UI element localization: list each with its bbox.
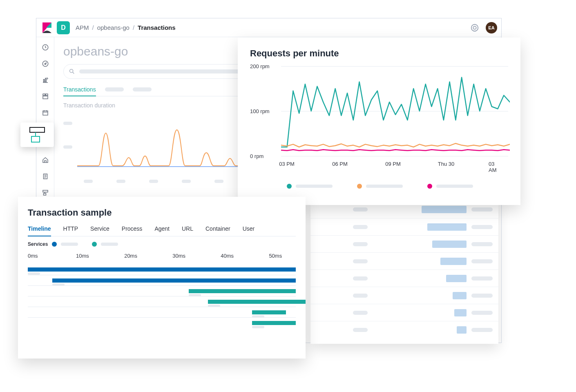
span-row[interactable] xyxy=(28,285,296,296)
rpm-chart: 200 rpm 100 rpm 0 rpm 03 PM 06 PM 09 PM … xyxy=(250,66,508,167)
tab-agent[interactable]: Agent xyxy=(154,225,170,232)
span-label-skeleton xyxy=(252,326,264,328)
xtick-skeleton xyxy=(116,180,125,183)
breadcrumb-separator: / xyxy=(92,24,94,31)
kibana-logo-icon[interactable] xyxy=(41,22,53,33)
legend-dot-icon xyxy=(427,184,432,189)
rpm-ytick-2: 0 rpm xyxy=(250,153,263,159)
time-tick: 0ms xyxy=(28,253,38,259)
span-bar xyxy=(252,310,286,314)
crumb-apm[interactable]: APM xyxy=(76,24,89,31)
legend-skeleton xyxy=(436,185,473,188)
time-tick: 30ms xyxy=(172,253,185,259)
tab-transactions[interactable]: Transactions xyxy=(63,86,96,93)
time-tick: 40ms xyxy=(221,253,234,259)
tab-container[interactable]: Container xyxy=(205,225,230,232)
span-row[interactable] xyxy=(28,307,296,317)
tab-http[interactable]: HTTP xyxy=(63,225,78,232)
crumb-service[interactable]: opbeans-go xyxy=(97,24,129,31)
clock-icon[interactable] xyxy=(40,42,51,53)
crumb-current: Transactions xyxy=(138,24,176,31)
tab-skeleton xyxy=(133,87,152,91)
tab-service[interactable]: Service xyxy=(90,225,109,232)
legend-skeleton xyxy=(296,185,333,188)
avatar[interactable]: EA xyxy=(486,22,497,33)
transaction-sample-tabs: Timeline HTTP Service Process Agent URL … xyxy=(28,225,296,236)
compass-icon[interactable] xyxy=(40,58,51,69)
rpm-ytick-0: 200 rpm xyxy=(250,63,270,69)
legend-item[interactable] xyxy=(427,184,473,189)
xtick-skeleton xyxy=(149,180,158,183)
legend-item[interactable] xyxy=(357,184,403,189)
rpm-xtick-3: Thu 30 xyxy=(438,161,454,167)
svg-rect-9 xyxy=(45,94,47,96)
home-icon[interactable] xyxy=(40,155,51,165)
chart-bar-icon[interactable] xyxy=(40,75,51,85)
data-table-panel xyxy=(310,201,498,344)
span-row[interactable] xyxy=(28,275,296,285)
help-icon[interactable] xyxy=(470,23,479,32)
time-tick: 20ms xyxy=(124,253,137,259)
app-badge[interactable]: D xyxy=(57,21,70,34)
svg-rect-11 xyxy=(43,111,48,116)
table-row[interactable] xyxy=(310,304,498,321)
dashboard-icon[interactable] xyxy=(40,91,51,102)
xtick-skeleton xyxy=(214,180,223,183)
svg-point-15 xyxy=(70,69,73,73)
tab-process[interactable]: Process xyxy=(122,225,143,232)
table-row[interactable] xyxy=(310,252,498,270)
svg-rect-7 xyxy=(45,78,46,82)
breadcrumb-separator: / xyxy=(133,24,134,31)
document-icon[interactable] xyxy=(40,171,51,182)
span-row[interactable] xyxy=(28,296,296,307)
service-dot-icon xyxy=(52,242,57,247)
header-bar: D APM / opbeans-go / Transactions EA xyxy=(36,18,501,37)
svg-point-3 xyxy=(473,26,476,29)
ytick-skeleton xyxy=(63,122,72,125)
table-row[interactable] xyxy=(310,218,498,235)
span-bar xyxy=(252,321,296,325)
span-bar xyxy=(189,289,296,293)
rpm-svg xyxy=(281,66,510,156)
tab-user[interactable]: User xyxy=(243,225,255,232)
rpm-xtick-0: 03 PM xyxy=(279,161,295,167)
xtick-skeleton xyxy=(182,180,191,183)
tab-skeleton xyxy=(105,87,124,91)
table-row[interactable] xyxy=(310,287,498,304)
svg-rect-14 xyxy=(43,194,46,196)
timeline-spans xyxy=(28,264,296,328)
svg-rect-10 xyxy=(43,96,48,99)
apm-icon-card[interactable] xyxy=(20,122,54,147)
time-tick: 10ms xyxy=(76,253,89,259)
svg-rect-13 xyxy=(43,190,48,192)
timeline-axis: 0ms 10ms 20ms 30ms 40ms 50ms xyxy=(28,253,296,261)
legend-item[interactable] xyxy=(287,184,333,189)
tab-url[interactable]: URL xyxy=(182,225,193,232)
rpm-xtick-2: 09 PM xyxy=(385,161,401,167)
span-row[interactable] xyxy=(28,317,296,328)
rpm-xtick-1: 06 PM xyxy=(332,161,348,167)
xtick-skeleton xyxy=(84,180,93,183)
time-tick: 50ms xyxy=(269,253,282,259)
span-bar xyxy=(52,278,296,283)
rpm-card: Requests per minute 200 rpm 100 rpm 0 rp… xyxy=(238,38,520,205)
table-row[interactable] xyxy=(310,321,498,338)
calendar-icon[interactable] xyxy=(40,107,51,118)
legend-skeleton xyxy=(366,185,403,188)
table-row[interactable] xyxy=(310,235,498,252)
rpm-ytick-1: 100 rpm xyxy=(250,108,270,114)
table-row[interactable] xyxy=(310,270,498,287)
service-dot-icon xyxy=(92,242,97,247)
span-row[interactable] xyxy=(28,264,296,275)
service-skeleton xyxy=(61,243,78,246)
rpm-xtick-4: 03 AM xyxy=(489,161,502,173)
svg-rect-8 xyxy=(43,94,45,96)
transaction-sample-card: Transaction sample Timeline HTTP Service… xyxy=(18,197,306,359)
rpm-title: Requests per minute xyxy=(250,48,508,59)
search-icon xyxy=(69,68,75,75)
tab-timeline[interactable]: Timeline xyxy=(28,225,51,232)
span-bar xyxy=(208,300,306,304)
legend-dot-icon xyxy=(357,184,362,189)
transaction-sample-title: Transaction sample xyxy=(28,207,296,218)
ytick-skeleton xyxy=(63,145,72,149)
